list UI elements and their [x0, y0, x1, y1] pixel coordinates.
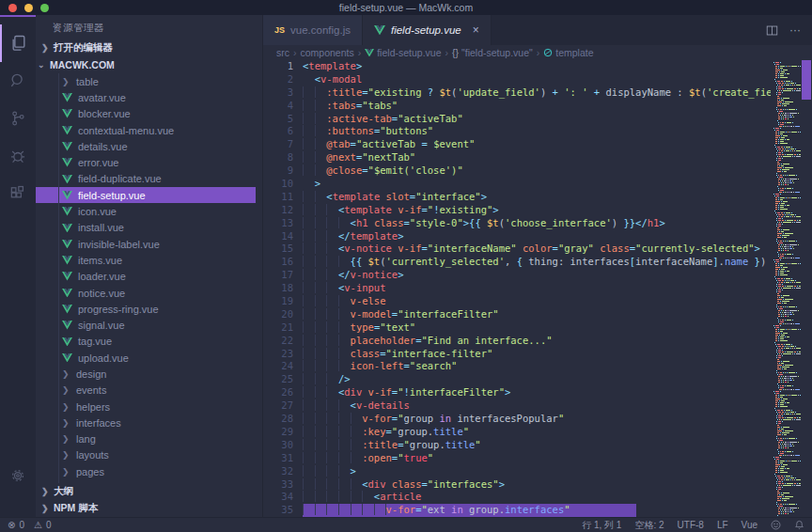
code-line-18[interactable]: <v-input — [303, 282, 771, 295]
close-window-button[interactable] — [8, 4, 17, 12]
tree-folder-events[interactable]: ❯events — [36, 383, 262, 399]
tree-file-progress-ring-vue[interactable]: progress-ring.vue — [36, 301, 262, 317]
code-line-7[interactable]: @tab="activeTab = $event" — [303, 138, 771, 151]
code-line-30[interactable]: :title="group.title" — [303, 439, 771, 452]
code-line-23[interactable]: class="interface-filter" — [303, 348, 771, 361]
split-editor-icon[interactable] — [766, 24, 778, 37]
tree-file-icon-vue[interactable]: icon.vue — [36, 203, 262, 219]
line-number: 2 — [263, 73, 293, 86]
code-line-16[interactable]: {{ $t('currently_selected', { thing: int… — [303, 256, 771, 269]
tree-file-tag-vue[interactable]: tag.vue — [36, 334, 262, 350]
code-line-2[interactable]: <v-modal — [303, 73, 771, 86]
close-tab-icon[interactable]: × — [473, 23, 479, 37]
tree-file-loader-vue[interactable]: loader.vue — [36, 269, 262, 285]
tree-file-field-setup-vue[interactable]: field-setup.vue — [36, 187, 256, 203]
code-line-13[interactable]: <h1 class="style-0">{{ $t('choose_interf… — [303, 217, 771, 230]
code-line-20[interactable]: v-model="interfaceFilter" — [303, 308, 771, 321]
tab-field-setup-vue[interactable]: field-setup.vue× — [363, 15, 492, 45]
code-line-28[interactable]: v-for="group in interfacesPopular" — [303, 413, 771, 426]
minimap[interactable] — [771, 60, 801, 517]
code-line-27[interactable]: <v-details — [303, 399, 771, 413]
language-mode[interactable]: Vue — [742, 520, 757, 530]
indentation-setting[interactable]: 空格: 2 — [634, 519, 664, 532]
code-line-9[interactable]: @close="$emit('close')" — [303, 164, 771, 178]
tree-file-install-vue[interactable]: install.vue — [36, 220, 262, 236]
code-line-11[interactable]: <template slot="interface"> — [303, 191, 771, 204]
tree-folder-design[interactable]: ❯design — [36, 366, 262, 382]
cursor-position[interactable]: 行 1, 列 1 — [582, 519, 621, 532]
activity-settings-gear-icon[interactable] — [0, 457, 36, 494]
tree-file-notice-vue[interactable]: notice.vue — [36, 285, 262, 301]
tree-file-signal-vue[interactable]: signal.vue — [36, 317, 262, 333]
code-line-10[interactable]: > — [303, 178, 771, 191]
code-line-17[interactable]: </v-notice> — [303, 269, 771, 282]
code-line-35[interactable]: v-for="ext in group.interfaces" — [303, 504, 771, 517]
breadcrumb-item-3[interactable]: {}"field-setup.vue" — [452, 47, 533, 58]
code-line-31[interactable]: :open="true" — [303, 452, 771, 465]
code-line-33[interactable]: <div class="interfaces"> — [303, 478, 771, 492]
code-line-12[interactable]: <template v-if="!existing"> — [303, 204, 771, 217]
outline-label: 大纲 — [54, 485, 73, 498]
more-actions-icon[interactable]: ··· — [789, 23, 801, 37]
zoom-window-button[interactable] — [40, 4, 49, 12]
code-content[interactable]: <template> <v-modal :title="existing ? $… — [303, 60, 771, 517]
problems-indicator[interactable]: ⊗ 0 ⚠ 0 — [8, 520, 51, 530]
tree-file-blocker-vue[interactable]: blocker.vue — [36, 106, 262, 122]
activity-explorer-icon[interactable] — [0, 24, 36, 62]
tree-folder-table[interactable]: ❯table — [36, 73, 262, 89]
open-editors-section[interactable]: ❯ 打开的编辑器 — [36, 39, 262, 56]
tab-vue-config-js[interactable]: JSvue.config.js — [263, 15, 363, 45]
tree-file-upload-vue[interactable]: upload.vue — [36, 350, 262, 366]
code-line-15[interactable]: <v-notice v-if="interfaceName" color="gr… — [303, 243, 771, 256]
code-line-26[interactable]: <div v-if="!interfaceFilter"> — [303, 386, 771, 399]
code-line-14[interactable]: </template> — [303, 230, 771, 243]
code-line-21[interactable]: type="text" — [303, 321, 771, 335]
code-line-4[interactable]: :tabs="tabs" — [303, 100, 771, 113]
code-line-3[interactable]: :title="existing ? $t('update_field') + … — [303, 86, 771, 100]
encoding-setting[interactable]: UTF-8 — [678, 520, 704, 530]
code-line-29[interactable]: :key="group.title" — [303, 426, 771, 439]
breadcrumb-item-2[interactable]: field-setup.vue — [365, 47, 441, 58]
minimize-window-button[interactable] — [24, 4, 33, 12]
code-line-6[interactable]: :buttons="buttons" — [303, 125, 771, 138]
code-line-1[interactable]: <template> — [303, 60, 771, 73]
project-root-section[interactable]: ⌄ MACWK.COM — [36, 56, 262, 73]
code-line-19[interactable]: v-else — [303, 295, 771, 308]
vertical-scrollbar[interactable] — [801, 60, 812, 517]
code-line-32[interactable]: > — [303, 465, 771, 478]
feedback-smiley-icon[interactable] — [771, 520, 781, 530]
outline-section[interactable]: ❯ 大纲 — [36, 483, 262, 500]
tree-folder-layouts[interactable]: ❯layouts — [36, 447, 262, 463]
activity-source-control-icon[interactable] — [0, 100, 36, 137]
code-line-5[interactable]: :active-tab="activeTab" — [303, 113, 771, 126]
tree-file-contextual-menu-vue[interactable]: contextual-menu.vue — [36, 122, 262, 138]
activity-debug-icon[interactable] — [0, 137, 36, 175]
minimap-line — [773, 81, 799, 82]
code-line-8[interactable]: @next="nextTab" — [303, 151, 771, 164]
tree-folder-interfaces[interactable]: ❯interfaces — [36, 415, 262, 430]
tree-file-field-duplicate-vue[interactable]: field-duplicate.vue — [36, 171, 262, 187]
scrollbar-thumb[interactable] — [802, 60, 811, 100]
notifications-bell-icon[interactable] — [794, 520, 804, 530]
breadcrumb-item-0[interactable]: src — [276, 47, 289, 58]
tree-file-invisible-label-vue[interactable]: invisible-label.vue — [36, 236, 262, 252]
tree-folder-lang[interactable]: ❯lang — [36, 431, 262, 447]
code-editor[interactable]: 1234567891011121314151617181920212223242… — [263, 60, 812, 517]
tree-folder-helpers[interactable]: ❯helpers — [36, 399, 262, 415]
tree-file-details-vue[interactable]: details.vue — [36, 138, 262, 154]
tree-folder-pages[interactable]: ❯pages — [36, 463, 262, 479]
code-line-34[interactable]: <article — [303, 491, 771, 504]
npm-scripts-section[interactable]: ❯ NPM 脚本 — [36, 500, 262, 517]
tree-file-error-vue[interactable]: error.vue — [36, 154, 262, 170]
tree-file-avatar-vue[interactable]: avatar.vue — [36, 89, 262, 105]
tree-file-items-vue[interactable]: items.vue — [36, 252, 262, 268]
minimap-line — [773, 282, 799, 283]
activity-search-icon[interactable] — [0, 62, 36, 100]
breadcrumb-item-4[interactable]: template — [543, 47, 593, 58]
code-line-25[interactable]: /> — [303, 373, 771, 386]
breadcrumb-item-1[interactable]: components — [301, 47, 354, 58]
code-line-24[interactable]: icon-left="search" — [303, 360, 771, 373]
code-line-22[interactable]: placeholder="Find an interface..." — [303, 335, 771, 348]
activity-extensions-icon[interactable] — [0, 175, 36, 212]
eol-setting[interactable]: LF — [717, 520, 728, 530]
